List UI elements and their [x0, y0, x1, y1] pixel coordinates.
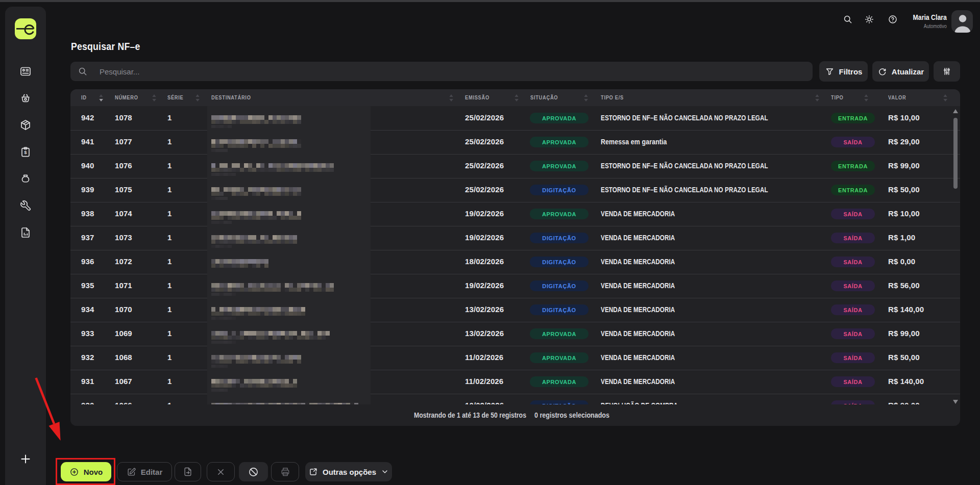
svg-text:$: $	[24, 149, 27, 155]
